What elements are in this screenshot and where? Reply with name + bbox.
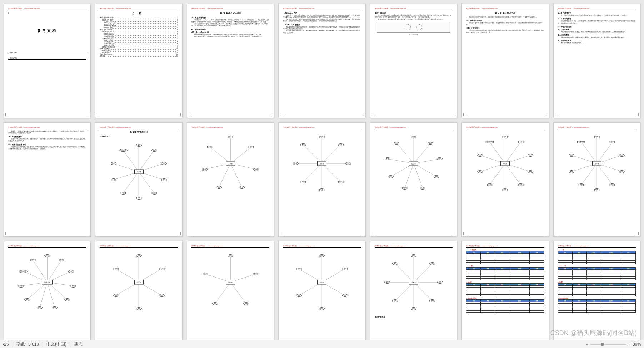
meta-advisor: 指导老师: — [8, 57, 86, 60]
svg-line-29 — [414, 163, 423, 188]
er-diagram-3: 分类表编号名称用户密码状态时间类型备注 — [283, 131, 361, 196]
zoom-in-icon[interactable]: + — [628, 342, 630, 347]
chapter-title: 第1章 系统分析与设计 — [191, 12, 269, 15]
svg-line-89 — [395, 264, 414, 282]
zoom-out-icon[interactable]: − — [585, 342, 588, 347]
insert-mode[interactable]: 插入 — [74, 341, 83, 347]
word-count-label: 字数: — [16, 341, 26, 347]
svg-line-58 — [47, 282, 67, 299]
svg-line-61 — [27, 282, 47, 299]
er-diagram-10: 日志表编号名称用户密码状态时间 — [283, 250, 361, 314]
svg-line-53 — [581, 142, 596, 163]
svg-line-74 — [215, 282, 230, 304]
page-20[interactable]: 第X章标题 (子章标题) — www.example-page.com — co… — [461, 241, 549, 340]
svg-line-64 — [33, 260, 47, 282]
page-17[interactable]: 第X章标题 (子章标题) — www.example-page.com 消息表编… — [187, 241, 274, 340]
svg-line-83 — [414, 264, 432, 282]
svg-line-45 — [597, 142, 612, 163]
svg-line-85 — [414, 282, 432, 301]
status-bar: /25 字数: 5,613 中文(中国) 插入 − + 30% — [0, 340, 644, 348]
page-10[interactable]: 第X章标题 (子章标题) — www.example-page.com 文章表编… — [187, 122, 274, 237]
svg-line-24 — [303, 145, 322, 163]
page-12[interactable]: 第X章标题 (子章标题) — www.example-page.com 公告表编… — [370, 122, 457, 237]
svg-line-59 — [47, 282, 55, 308]
toc-list: 第1章 系统分析与设计31.1 系统设计说明31.2 系统设计框架31.2.1 … — [100, 17, 178, 57]
page-14[interactable]: 第X章标题 (子章标题) — www.example-page.com 文件表编… — [553, 122, 640, 237]
zoom-value[interactable]: 30% — [633, 342, 641, 347]
svg-line-60 — [40, 282, 47, 308]
page-2-toc[interactable]: 第X章标题 (子章标题) — www.example-page.com 目录 第… — [95, 4, 182, 118]
language[interactable]: 中文(中国) — [46, 341, 66, 347]
er-diagram-4: 公告表编号名称用户密码状态时间类型备注内容 — [375, 131, 453, 196]
er-diagram-5: 评论表编号名称用户密码状态时间类型备注内容创建时间 — [466, 131, 544, 196]
er-diagram-11: 菜单表编号名称用户密码状态时间类型备注 — [375, 250, 453, 314]
er-diagram-6: 文件表编号名称用户密码状态时间类型备注内容创建时间 — [558, 131, 636, 196]
svg-line-9 — [123, 150, 139, 172]
page-9[interactable]: 第X章标题 (子章标题) — www.example-page.com 第 3 … — [95, 122, 182, 237]
page-header: 第X章标题 (子章标题) — www.example-page.com — [8, 8, 86, 10]
page-16[interactable]: 第X章标题 (子章标题) — www.example-page.com 设置表编… — [95, 241, 182, 340]
er-diagram-7: 管理员表编号名称用户密码状态时间类型备注内容创建时间排序 — [8, 250, 86, 314]
svg-line-30 — [405, 163, 414, 188]
page-5[interactable]: 第X章标题 (子章标题) — www.example-page.com ·1.2… — [370, 4, 457, 118]
db-tables-a: — config配置表字段类型长度是否空说明— token表字段类型长度是否空说… — [466, 249, 544, 313]
page-indicator[interactable]: /25 — [3, 342, 9, 347]
page-6[interactable]: 第X章标题 (子章标题) — www.example-page.com 第 2 … — [461, 4, 549, 118]
svg-line-43 — [490, 142, 505, 163]
er-diagram-9: 消息表编号名称用户密码状态 — [191, 250, 269, 314]
svg-line-6 — [123, 172, 139, 193]
page-1-cover[interactable]: 第X章标题 (子章标题) — www.example-page.com | 参考… — [4, 4, 91, 118]
svg-line-55 — [47, 260, 61, 282]
svg-line-14 — [219, 163, 230, 187]
svg-line-87 — [395, 282, 414, 301]
svg-line-33 — [396, 143, 413, 164]
page-grid: 第X章标题 (子章标题) — www.example-page.com | 参考… — [4, 4, 640, 340]
svg-line-1 — [139, 150, 154, 172]
bs-structure-figure — [377, 22, 450, 33]
svg-line-4 — [139, 172, 154, 193]
page-19[interactable]: 第X章标题 (子章标题) — www.example-page.com 菜单表编… — [370, 241, 457, 340]
svg-line-38 — [505, 163, 520, 185]
page-21[interactable]: 第X章标题 (子章标题) — www.example-page.com — ne… — [553, 241, 640, 340]
page-18[interactable]: 第X章标题 (子章标题) — www.example-page.com 日志表编… — [278, 241, 365, 340]
page-11[interactable]: 第X章标题 (子章标题) — www.example-page.com 分类表编… — [278, 122, 365, 237]
doc-title: 参考文档 — [8, 28, 86, 33]
zoom-slider[interactable] — [590, 344, 626, 345]
db-tables-b: — news表字段类型长度是否空说明— discuss表字段类型长度是否空说明—… — [558, 249, 636, 313]
page-3[interactable]: 第X章标题 (子章标题) — www.example-page.com 第1章 … — [187, 4, 274, 118]
er-diagram-8: 设置表编号名称用户密码状态时间 — [100, 250, 178, 314]
svg-line-73 — [230, 282, 246, 304]
svg-line-20 — [322, 163, 340, 182]
svg-line-22 — [303, 163, 322, 182]
er-diagram-2: 文章表编号名称用户密码状态时间类型 — [191, 131, 269, 196]
svg-line-26 — [414, 143, 430, 164]
word-count[interactable]: 5,613 — [28, 342, 39, 347]
page-4[interactable]: 第X章标题 (子章标题) — www.example-page.com ·1.2… — [278, 4, 365, 118]
svg-line-48 — [597, 163, 612, 185]
cover-meta: 系统名称: 指导老师: — [8, 51, 86, 60]
meta-sysname: 系统名称: — [8, 51, 86, 54]
svg-line-18 — [322, 145, 340, 163]
page-8[interactable]: 第X章标题 (子章标题) — www.example-page.com 如登录，… — [4, 122, 91, 237]
toc-title: 目录 — [100, 12, 178, 15]
svg-line-13 — [230, 163, 242, 187]
svg-line-50 — [581, 163, 596, 185]
page-7[interactable]: 第X章标题 (子章标题) — www.example-page.com ·2.1… — [553, 4, 640, 118]
page-15[interactable]: 第X章标题 (子章标题) — www.example-page.com 管理员表… — [4, 241, 91, 340]
page-13[interactable]: 第X章标题 (子章标题) — www.example-page.com 评论表编… — [461, 122, 549, 237]
svg-line-35 — [505, 142, 520, 163]
er-diagram-1: 用户表 编号名称用户密码状态时间类型备注内容创建时间 — [100, 139, 178, 204]
svg-line-40 — [490, 163, 505, 185]
page-grid-viewport[interactable]: 第X章标题 (子章标题) — www.example-page.com | 参考… — [0, 0, 644, 340]
